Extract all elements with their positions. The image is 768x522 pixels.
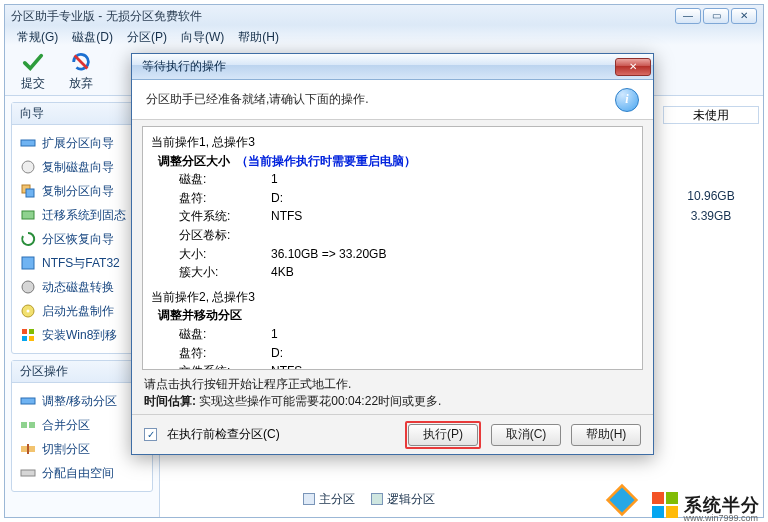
pending-ops-dialog: 等待执行的操作 ✕ 分区助手已经准备就绪,请确认下面的操作. i 当前操作1, … [131, 53, 654, 455]
svg-marker-20 [609, 487, 634, 512]
refresh-cancel-icon [70, 51, 92, 73]
legend-swatch-primary [303, 493, 315, 505]
svg-rect-13 [21, 398, 35, 404]
menu-partition[interactable]: 分区(P) [121, 27, 173, 48]
svg-rect-15 [29, 422, 35, 428]
svg-rect-18 [21, 470, 35, 476]
execute-button[interactable]: 执行(P) [408, 424, 478, 446]
ops-panel-title: 分区操作 [20, 363, 68, 380]
check-before-exec-checkbox[interactable]: ✓ [144, 428, 157, 441]
app-logo-icon [604, 482, 640, 518]
menu-disk[interactable]: 磁盘(D) [66, 27, 119, 48]
time-text: 实现这些操作可能需要花00:04:22时间或更多. [199, 394, 441, 408]
menu-general[interactable]: 常规(G) [11, 27, 64, 48]
column-header-unused: 未使用 [663, 106, 759, 124]
minimize-button[interactable]: — [675, 8, 701, 24]
svg-point-1 [22, 161, 34, 173]
checkmark-icon [22, 51, 44, 73]
wizard-item-boot-cd[interactable]: 启动光盘制作 [14, 299, 150, 323]
exec-button-highlight: 执行(P) [405, 421, 481, 449]
svg-rect-12 [29, 336, 34, 341]
wizard-panel-title: 向导 [20, 105, 44, 122]
check-before-exec-label[interactable]: 在执行前检查分区(C) [167, 426, 280, 443]
unused-value: 10.96GB [663, 188, 759, 208]
close-button[interactable]: ✕ [731, 8, 757, 24]
windows-logo-icon [652, 492, 678, 518]
wizard-item-recover[interactable]: 分区恢复向导 [14, 227, 150, 251]
wizard-item-ntfs-fat32[interactable]: NTFS与FAT32 [14, 251, 150, 275]
op2-header: 当前操作2, 总操作3 [151, 288, 634, 307]
svg-rect-9 [22, 329, 27, 334]
op-resize-move[interactable]: 调整/移动分区 [14, 389, 150, 413]
wizard-item-extend[interactable]: 扩展分区向导 [14, 131, 150, 155]
dialog-titlebar: 等待执行的操作 ✕ [132, 54, 653, 80]
svg-rect-3 [26, 189, 34, 197]
info-icon: i [615, 88, 639, 112]
main-titlebar: 分区助手专业版 - 无损分区免费软件 — ▭ ✕ [5, 5, 763, 27]
legend: 主分区 逻辑分区 [303, 489, 435, 509]
op1-header: 当前操作1, 总操作3 [151, 133, 634, 152]
wizard-item-install-win8[interactable]: 安装Win8到移 [14, 323, 150, 347]
wizard-item-copy-part[interactable]: 复制分区向导 [14, 179, 150, 203]
svg-rect-10 [29, 329, 34, 334]
op-split[interactable]: 切割分区 [14, 437, 150, 461]
watermark-url: www.win7999.com [683, 513, 758, 522]
legend-swatch-logical [371, 493, 383, 505]
commit-button[interactable]: 提交 [9, 49, 57, 93]
menubar: 常规(G) 磁盘(D) 分区(P) 向导(W) 帮助(H) [5, 27, 763, 47]
dialog-info-text: 分区助手已经准备就绪,请确认下面的操作. [146, 91, 615, 108]
svg-rect-5 [22, 257, 34, 269]
maximize-button[interactable]: ▭ [703, 8, 729, 24]
exec-hint: 请点击执行按钮开始让程序正式地工作. [144, 376, 643, 393]
dialog-close-button[interactable]: ✕ [615, 58, 651, 76]
operations-listbox[interactable]: 当前操作1, 总操作3 调整分区大小 （当前操作执行时需要重启电脑） 磁盘:1 … [142, 126, 643, 370]
op-merge[interactable]: 合并分区 [14, 413, 150, 437]
help-button[interactable]: 帮助(H) [571, 424, 641, 446]
svg-rect-11 [22, 336, 27, 341]
wizard-item-dynamic-disk[interactable]: 动态磁盘转换 [14, 275, 150, 299]
menu-help[interactable]: 帮助(H) [232, 27, 285, 48]
discard-button[interactable]: 放弃 [57, 49, 105, 93]
svg-rect-14 [21, 422, 27, 428]
cancel-button[interactable]: 取消(C) [491, 424, 561, 446]
wizard-item-migrate-ssd[interactable]: 迁移系统到固态 [14, 203, 150, 227]
dialog-title: 等待执行的操作 [142, 58, 615, 75]
svg-rect-4 [22, 211, 34, 219]
wizard-item-copy-disk[interactable]: 复制磁盘向导 [14, 155, 150, 179]
unused-value: 3.39GB [663, 208, 759, 228]
op-allocate-free[interactable]: 分配自由空间 [14, 461, 150, 485]
svg-point-8 [27, 310, 30, 313]
time-label: 时间估算: [144, 394, 196, 408]
menu-wizard[interactable]: 向导(W) [175, 27, 230, 48]
window-title: 分区助手专业版 - 无损分区免费软件 [11, 8, 675, 25]
svg-point-6 [22, 281, 34, 293]
svg-rect-0 [21, 140, 35, 146]
